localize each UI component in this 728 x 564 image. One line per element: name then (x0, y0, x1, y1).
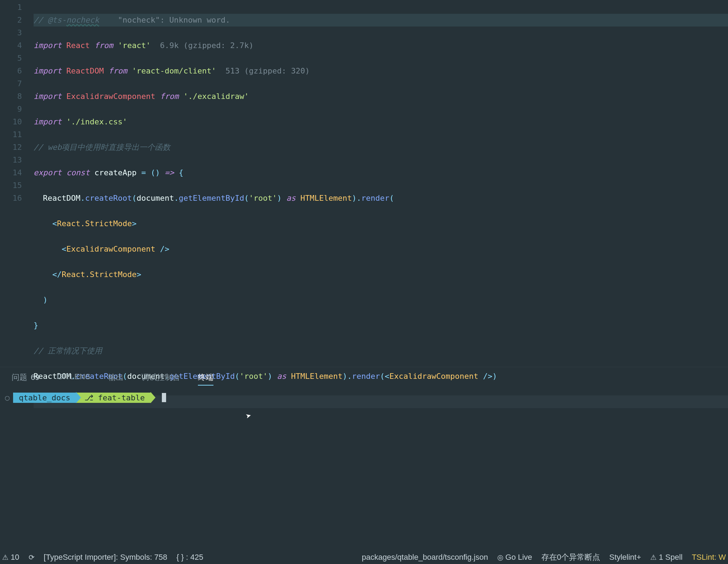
inlay-hint: "nocheck": Unknown word. (118, 16, 230, 24)
code-line[interactable]: ReactDOM.createRoot(document.getElementB… (34, 192, 728, 205)
tab-gitlens[interactable]: GITLENS (57, 372, 90, 386)
code-area[interactable]: // @ts-nocheck "nocheck": Unknown word. … (34, 0, 728, 367)
line-number: 4 (0, 39, 22, 52)
terminal-cursor (162, 393, 166, 402)
tab-output[interactable]: 输出 (108, 372, 124, 386)
inlay-hint: 6.9k (gzipped: 2.7k) (160, 41, 254, 50)
status-brackets[interactable]: { } : 425 (176, 553, 203, 562)
line-number: 9 (0, 103, 22, 116)
line-number: 16 (0, 192, 22, 205)
broadcast-icon: ◎ (497, 553, 503, 561)
powerline-divider-icon (76, 392, 81, 403)
code-line[interactable]: // 正常情况下使用 (34, 345, 728, 357)
line-number: 13 (0, 154, 22, 166)
code-line[interactable]: // web项目中使用时直接导出一个函数 (34, 141, 728, 154)
line-number: 12 (0, 141, 22, 154)
status-bar: ⚠ 10 ⟳ [TypeScript Importer]: Symbols: 7… (0, 551, 728, 564)
status-tsconfig[interactable]: packages/qtable_board/tsconfig.json (362, 553, 488, 562)
code-line[interactable]: ) (34, 294, 728, 306)
status-ts-importer[interactable]: [TypeScript Importer]: Symbols: 758 (44, 553, 168, 562)
code-line[interactable]: // @ts-nocheck "nocheck": Unknown word. (34, 14, 728, 27)
status-spell[interactable]: ⚠ 1 Spell (650, 553, 682, 562)
warning-icon: ⚠ (650, 553, 657, 561)
sync-icon[interactable]: ⟳ (29, 553, 35, 562)
code-line[interactable]: export const createApp = () => { (34, 166, 728, 179)
line-number: 6 (0, 65, 22, 77)
code-line[interactable]: <ExcalidrawComponent /> (34, 243, 728, 255)
line-numbers-gutter: 1 2 3 4 5 6 7 8 9 10 11 12 13 14 15 16 (0, 0, 34, 367)
editor: 1 2 3 4 5 6 7 8 9 10 11 12 13 14 15 16 /… (0, 0, 728, 367)
line-number: 2 (0, 14, 22, 27)
line-number: 15 (0, 179, 22, 192)
inlay-hint: 513 (gzipped: 320) (225, 66, 310, 75)
tab-debug-console[interactable]: 调试控制台 (141, 372, 180, 386)
status-tslint[interactable]: TSLint: W (692, 553, 726, 562)
branch-icon: ⎇ (84, 393, 93, 402)
code-line[interactable]: </React.StrictMode> (34, 268, 728, 281)
code-line[interactable]: import ReactDOM from 'react-dom/client' … (34, 65, 728, 77)
code-line[interactable]: import './index.css' (34, 116, 728, 128)
warning-icon: ⚠ (2, 553, 8, 561)
line-number: 14 (0, 166, 22, 179)
prompt-dot-icon: ○ (5, 393, 10, 402)
code-line[interactable]: import React from 'react' 6.9k (gzipped:… (34, 39, 728, 52)
terminal-branch: ⎇ feat-table (76, 393, 151, 403)
spell-squiggle: nocheck (66, 16, 99, 24)
code-line[interactable]: <React.StrictMode> (34, 217, 728, 230)
powerline-divider-icon (151, 392, 155, 403)
code-line[interactable]: ReactDOM.createRoot(document.getElementB… (34, 370, 728, 383)
tab-terminal[interactable]: 终端 (198, 372, 213, 386)
line-number: 3 (0, 27, 22, 39)
status-stylelint[interactable]: Stylelint+ (609, 553, 641, 562)
code-line[interactable]: import ExcalidrawComponent from './excal… (34, 90, 728, 103)
line-number: 11 (0, 128, 22, 141)
line-number: 7 (0, 77, 22, 90)
terminal-cwd: qtable_docs (13, 393, 76, 403)
status-golive[interactable]: ◎ Go Live (497, 553, 532, 562)
line-number: 5 (0, 52, 22, 65)
line-number: 8 (0, 90, 22, 103)
code-line[interactable]: } (34, 319, 728, 332)
status-warnings[interactable]: ⚠ 10 (2, 553, 19, 562)
status-breakpoints[interactable]: 存在0个异常断点 (541, 552, 600, 563)
line-number: 10 (0, 116, 22, 128)
line-number: 1 (0, 1, 22, 14)
tab-problems[interactable]: 问题69 (12, 372, 39, 386)
